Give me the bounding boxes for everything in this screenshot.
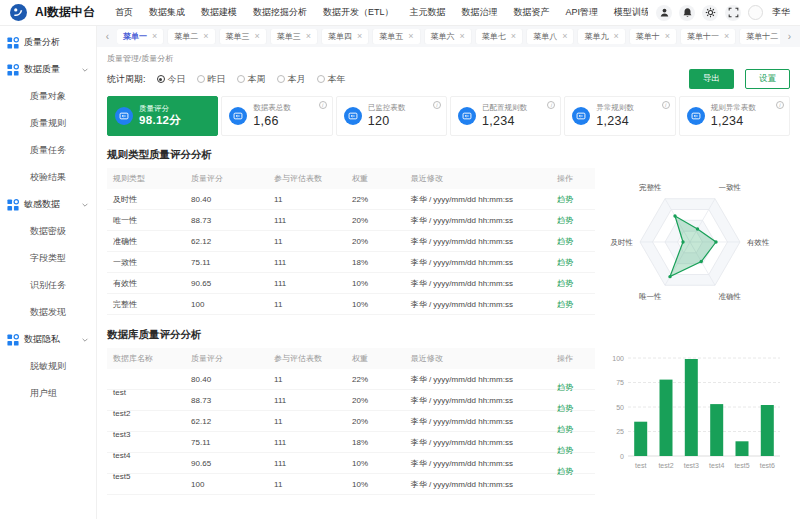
nav-item[interactable]: 主元数据 <box>410 6 446 19</box>
trend-link[interactable]: 趋势 <box>557 258 573 267</box>
rule-type-table: 规则类型质量评分参与评估表数权重最近修改操作及时性80.401122%李华 / … <box>107 168 595 315</box>
tab-item[interactable]: 菜单三× <box>271 29 317 44</box>
table-cell <box>107 369 185 390</box>
column-header: 权重 <box>346 348 405 369</box>
close-icon[interactable]: × <box>665 32 670 41</box>
table-cell: 111 <box>268 273 346 294</box>
tab-item[interactable]: 菜单七× <box>476 29 522 44</box>
nav-item[interactable]: 数据资产 <box>514 6 550 19</box>
tab-item[interactable]: 菜单十× <box>630 29 676 44</box>
sidebar-item[interactable]: 数据隐私 <box>0 326 96 353</box>
database-table: 数据库名称质量评分参与评估表数权重最近修改操作80.401122%李华 / yy… <box>107 348 595 495</box>
trend-link[interactable]: 趋势 <box>557 195 573 204</box>
close-icon[interactable]: × <box>562 32 567 41</box>
sidebar-subitem[interactable]: 字段类型 <box>0 245 96 272</box>
tab-item[interactable]: 菜单三× <box>220 29 266 44</box>
tab-item[interactable]: 菜单四× <box>322 29 368 44</box>
close-icon[interactable]: × <box>613 32 618 41</box>
tab-item[interactable]: 菜单九× <box>578 29 624 44</box>
nav-item[interactable]: 数据挖掘分析 <box>253 6 307 19</box>
trend-link[interactable]: 趋势 <box>557 446 573 455</box>
tab-item[interactable]: 菜单六× <box>425 29 471 44</box>
trend-link[interactable]: 趋势 <box>557 216 573 225</box>
table-cell: 李华 / yyyy/mm/dd hh:mm:ss <box>405 411 551 432</box>
nav-item[interactable]: 数据建模 <box>201 6 237 19</box>
y-tick-label: 0 <box>620 453 624 460</box>
y-tick-label: 50 <box>616 404 624 411</box>
radio-option[interactable]: 昨日 <box>197 73 226 86</box>
trend-link[interactable]: 趋势 <box>557 279 573 288</box>
sidebar-item[interactable]: 敏感数据 <box>0 191 96 218</box>
info-icon[interactable]: i <box>319 101 327 109</box>
close-icon[interactable]: × <box>255 32 260 41</box>
trend-link[interactable]: 趋势 <box>557 404 573 413</box>
nav-item[interactable]: 数据集成 <box>149 6 185 19</box>
info-icon[interactable]: i <box>433 101 441 109</box>
bar <box>634 422 647 456</box>
info-icon[interactable]: i <box>547 101 555 109</box>
cell-text: 李华 / yyyy/mm/dd hh:mm:ss <box>411 459 513 468</box>
table-cell: test2 <box>107 411 185 432</box>
sidebar-subitem[interactable]: 数据发现 <box>0 299 96 326</box>
table-cell: 80.40 <box>185 369 268 390</box>
sidebar-subitem[interactable]: 用户组 <box>0 380 96 407</box>
tab-item[interactable]: 菜单五× <box>373 29 419 44</box>
sidebar-item[interactable]: 质量分析 <box>0 29 96 56</box>
close-icon[interactable]: × <box>203 32 208 41</box>
radio-option[interactable]: 本周 <box>237 73 266 86</box>
nav-item[interactable]: 模型训练 <box>614 6 648 19</box>
sidebar-subitem[interactable]: 质量对象 <box>0 83 96 110</box>
avatar[interactable] <box>748 5 763 20</box>
radio-circle-icon <box>317 75 325 83</box>
tab-item[interactable]: 菜单八× <box>527 29 573 44</box>
nav-item[interactable]: 数据治理 <box>462 6 498 19</box>
trend-link[interactable]: 趋势 <box>557 300 573 309</box>
radio-option[interactable]: 本年 <box>317 73 346 86</box>
cell-text: 李华 / yyyy/mm/dd hh:mm:ss <box>411 480 513 489</box>
fullscreen-icon-button[interactable] <box>725 5 741 21</box>
trend-link[interactable]: 趋势 <box>557 383 573 392</box>
trend-link[interactable]: 趋势 <box>557 237 573 246</box>
close-icon[interactable]: × <box>357 32 362 41</box>
nav-item[interactable]: API管理 <box>566 6 599 19</box>
table-cell: 111 <box>268 390 346 411</box>
stat-card: 异常规则数1,234i <box>564 96 675 136</box>
export-button[interactable]: 导出 <box>689 69 734 89</box>
close-icon[interactable]: × <box>152 32 157 41</box>
table-cell: 80.40 <box>185 189 268 210</box>
nav-item[interactable]: 首页 <box>115 6 133 19</box>
cell-text: 100 <box>191 480 204 489</box>
user-icon-button[interactable] <box>656 5 672 21</box>
sidebar-subitem[interactable]: 质量任务 <box>0 137 96 164</box>
close-icon[interactable]: × <box>408 32 413 41</box>
sidebar-subitem[interactable]: 校验结果 <box>0 164 96 191</box>
tab-item[interactable]: 菜单一× <box>117 29 163 44</box>
trend-link[interactable]: 趋势 <box>557 467 573 476</box>
sidebar-subitem[interactable]: 质量规则 <box>0 110 96 137</box>
action-cell: 趋势 <box>551 453 595 474</box>
close-icon[interactable]: × <box>724 32 729 41</box>
tab-item[interactable]: 菜单二× <box>168 29 214 44</box>
radio-option[interactable]: 今日 <box>157 73 186 86</box>
tabs-scroll-left[interactable]: ‹ <box>103 31 112 42</box>
nav-item[interactable]: 数据开发（ETL） <box>323 6 394 19</box>
tab-item[interactable]: 菜单十二× <box>740 29 780 44</box>
close-icon[interactable]: × <box>511 32 516 41</box>
close-icon[interactable]: × <box>306 32 311 41</box>
info-icon[interactable]: i <box>662 101 670 109</box>
info-icon[interactable]: i <box>776 101 784 109</box>
sidebar-subitem[interactable]: 脱敏规则 <box>0 353 96 380</box>
tab-item[interactable]: 菜单十一× <box>681 29 735 44</box>
trend-link[interactable]: 趋势 <box>557 425 573 434</box>
bell-icon-button[interactable] <box>679 5 695 21</box>
x-tick-label: test5 <box>734 462 749 469</box>
sidebar-subitem[interactable]: 数据密级 <box>0 218 96 245</box>
cell-text: 88.73 <box>191 396 211 405</box>
settings-button[interactable]: 设置 <box>745 69 790 89</box>
radio-option[interactable]: 本月 <box>277 73 306 86</box>
sidebar-item[interactable]: 数据质量 <box>0 56 96 83</box>
sidebar-subitem[interactable]: 识别任务 <box>0 272 96 299</box>
gear-icon-button[interactable] <box>702 5 718 21</box>
tabs-scroll-right[interactable]: › <box>785 31 794 42</box>
close-icon[interactable]: × <box>460 32 465 41</box>
